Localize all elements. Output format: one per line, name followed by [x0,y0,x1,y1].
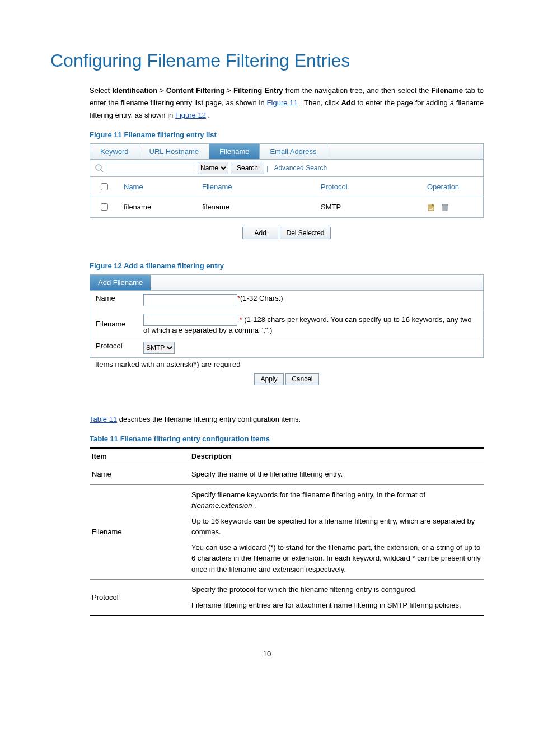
svg-line-1 [101,170,103,172]
form-row-filename: Filename * (1-128 chars per keyword. You… [90,310,483,338]
intro-post3: . Then, click [300,99,341,107]
desc-protocol: Specify the protocol for which the filen… [189,580,484,616]
row-checkbox[interactable] [101,203,108,211]
cell-protocol: SMTP [315,197,421,217]
search-field-select[interactable]: Name [198,162,228,174]
advanced-search-link[interactable]: Advanced Search [274,164,327,172]
table-header-row: Item Description [90,448,484,464]
edit-icon[interactable] [427,203,436,212]
th-item: Item [90,448,189,464]
delete-icon[interactable] [441,203,449,212]
tab-email-address[interactable]: Email Address [260,144,327,159]
link-table-11[interactable]: Table 11 [90,415,117,423]
cancel-button[interactable]: Cancel [285,373,318,385]
tab-name-filename: Filename [432,86,463,95]
add-button[interactable]: Add [242,227,278,239]
figure-11-buttons: Add Del Selected [90,218,484,239]
breadcrumb-sep: > [227,86,233,95]
intro-pre: Select [90,86,112,95]
form-row-name: Name * (1-32 Chars.) [90,291,483,310]
link-figure-12[interactable]: Figure 12 [175,111,206,119]
cell-filename: filename [196,197,315,217]
figure-12: Add Filename Name * (1-32 Chars.) Filena… [90,274,484,358]
table-11: Item Description Name Specify the name o… [90,447,484,616]
th-description: Description [189,448,484,464]
intro-post1: from the navigation tree, and then selec… [285,86,432,95]
tab-url-hostname[interactable]: URL Hostname [139,144,209,159]
row-protocol: Protocol Specify the protocol for which … [90,580,484,616]
nav-identification: Identification [112,86,157,95]
filename-input[interactable] [143,314,237,326]
search-icon [95,164,104,172]
cell-name: filename [118,197,196,217]
table-header-row: Name Filename Protocol Operation [90,177,483,197]
table-11-caption: Table 11 Filename filtering entry config… [90,435,484,443]
protocol-p2: Filename filtering entries are for attac… [191,600,481,611]
table-intro: Table 11 describes the filename filterin… [90,413,484,426]
col-operation: Operation [421,177,483,197]
del-selected-button[interactable]: Del Selected [280,227,330,239]
page-number: 10 [50,650,484,658]
page-title: Configuring Filename Filtering Entries [50,50,484,71]
form-row-protocol: Protocol SMTP [90,338,483,357]
desc-name: Specify the name of the filename filteri… [189,464,484,485]
filename-p3: You can use a wildcard (*) to stand for … [191,542,481,575]
tab-filename[interactable]: Filename [209,144,260,159]
separator: | [266,164,268,172]
form-buttons: Apply Cancel [90,368,484,391]
nav-filtering-entry: Filtering Entry [233,86,283,95]
entry-table: Name Filename Protocol Operation filenam… [90,177,483,217]
search-row: Name Search | Advanced Search [90,160,483,177]
label-name: Name [96,294,143,302]
filename-p1a: Specify filename keywords for the filena… [191,491,425,499]
table-intro-post: describes the filename filtering entry c… [119,415,301,423]
filename-p2: Up to 16 keywords can be specified for a… [191,516,481,538]
name-hint: (1-32 Chars.) [240,294,283,302]
figure-12-caption: Figure 12 Add a filename filtering entry [90,262,484,270]
link-figure-11[interactable]: Figure 11 [267,99,298,107]
nav-content-filtering: Content Filtering [166,86,224,95]
filename-p1c: . [254,501,256,510]
item-filename: Filename [90,484,189,580]
row-name: Name Specify the name of the filename fi… [90,464,484,485]
breadcrumb-sep: > [160,86,166,95]
row-filename: Filename Specify filename keywords for t… [90,484,484,580]
protocol-select[interactable]: SMTP [143,342,175,354]
protocol-p1: Specify the protocol for which the filen… [191,584,481,595]
figure-11: Keyword URL Hostname Filename Email Addr… [90,143,484,218]
col-name: Name [118,177,196,197]
required-note: Items marked with an asterisk(*) are req… [90,358,484,368]
item-protocol: Protocol [90,580,189,616]
svg-point-0 [96,165,101,170]
desc-filename: Specify filename keywords for the filena… [189,484,484,580]
col-filename: Filename [196,177,315,197]
add-word: Add [341,99,355,107]
name-input[interactable] [143,294,237,306]
filename-format: filename.extension [191,501,252,510]
intro-post5: . [208,111,210,119]
intro-paragraph: Select Identification > Content Filterin… [90,85,484,122]
item-name: Name [90,464,189,485]
search-input[interactable] [106,162,194,174]
svg-rect-4 [442,204,448,206]
tab-add-filename: Add Filename [90,275,151,291]
label-protocol: Protocol [96,342,143,350]
search-button[interactable]: Search [231,162,264,174]
required-mark: * [240,315,242,324]
label-filename: Filename [96,320,143,328]
figure-11-caption: Figure 11 Filename filtering entry list [90,130,484,139]
tab-keyword[interactable]: Keyword [90,144,139,159]
select-all-checkbox[interactable] [101,183,108,190]
tab-filler [327,144,483,159]
table-row: filename filename SMTP [90,197,483,217]
tab-bar: Keyword URL Hostname Filename Email Addr… [90,144,483,160]
apply-button[interactable]: Apply [254,373,283,385]
col-protocol: Protocol [315,177,421,197]
